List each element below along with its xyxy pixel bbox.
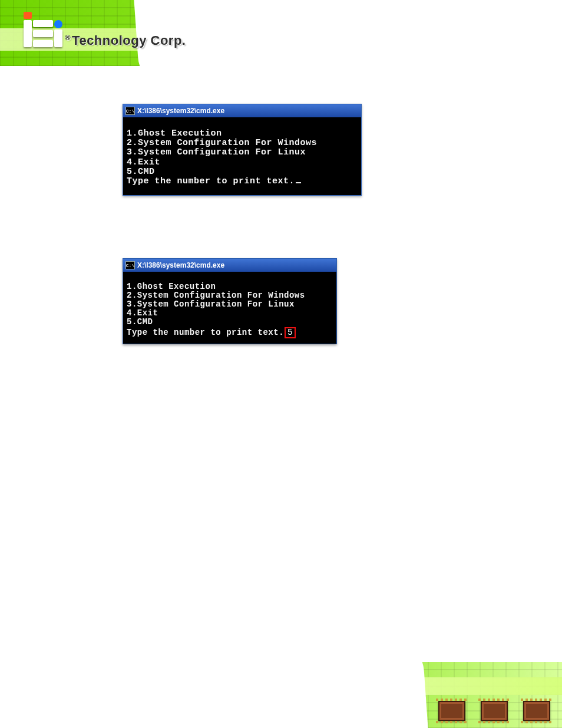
banner-swoosh [134, 0, 562, 66]
cmd1-line-2: 2.System Configuration For Windows [127, 138, 317, 148]
cmd-prompt-icon: C:\ [125, 107, 135, 115]
iei-logo-icon [24, 12, 62, 47]
brand-text: Technology Corp. [72, 33, 186, 48]
cmd2-titlebar: C:\ X:\I386\system32\cmd.exe [123, 259, 336, 272]
cmd2-line-2: 2.System Configuration For Windows [127, 291, 305, 300]
chip-icon [438, 701, 465, 721]
cmd2-highlighted-input: 5 [285, 327, 296, 338]
cmd1-line-5: 5.CMD [127, 167, 155, 177]
brand-name: ®Technology Corp. [65, 33, 186, 48]
chip-icon [481, 701, 508, 721]
cmd2-body: 1.Ghost Execution 2.System Configuration… [123, 272, 336, 347]
cmd1-prompt: Type the number to print text. [127, 176, 295, 186]
chip-row [438, 701, 550, 721]
cmd2-line-4: 4.Exit [127, 308, 158, 318]
cmd2-line-1: 1.Ghost Execution [127, 282, 216, 291]
top-banner: ®Technology Corp. [0, 0, 562, 66]
cmd-window-2: C:\ X:\I386\system32\cmd.exe 1.Ghost Exe… [123, 258, 337, 344]
cmd-prompt-icon: C:\ [125, 261, 135, 269]
cmd1-line-3: 3.System Configuration For Linux [127, 147, 306, 157]
cursor-icon [296, 182, 301, 183]
cmd1-line-1: 1.Ghost Execution [127, 129, 222, 139]
logo-dot-orange-icon [24, 12, 32, 19]
cmd-window-1: C:\ X:\I386\system32\cmd.exe 1.Ghost Exe… [123, 104, 362, 196]
registered-mark: ® [65, 33, 71, 42]
logo-bar2-icon [54, 29, 62, 47]
logo-bar-icon [24, 20, 32, 47]
logo-dot-blue-icon [54, 20, 62, 28]
logo-e-icon [33, 20, 53, 47]
cmd1-line-4: 4.Exit [127, 157, 160, 167]
cmd2-title-path: X:\I386\system32\cmd.exe [137, 261, 224, 269]
cmd2-line-3: 3.System Configuration For Linux [127, 299, 295, 309]
cmd2-prompt: Type the number to print text. [127, 328, 284, 337]
bottom-banner [0, 662, 562, 728]
cmd1-body: 1.Ghost Execution 2.System Configuration… [123, 117, 361, 195]
cmd1-titlebar: C:\ X:\I386\system32\cmd.exe [123, 104, 361, 117]
cmd1-title-path: X:\I386\system32\cmd.exe [137, 107, 224, 115]
chip-icon [523, 701, 550, 721]
cmd2-line-5: 5.CMD [127, 317, 153, 327]
bottom-swoosh [0, 662, 428, 728]
